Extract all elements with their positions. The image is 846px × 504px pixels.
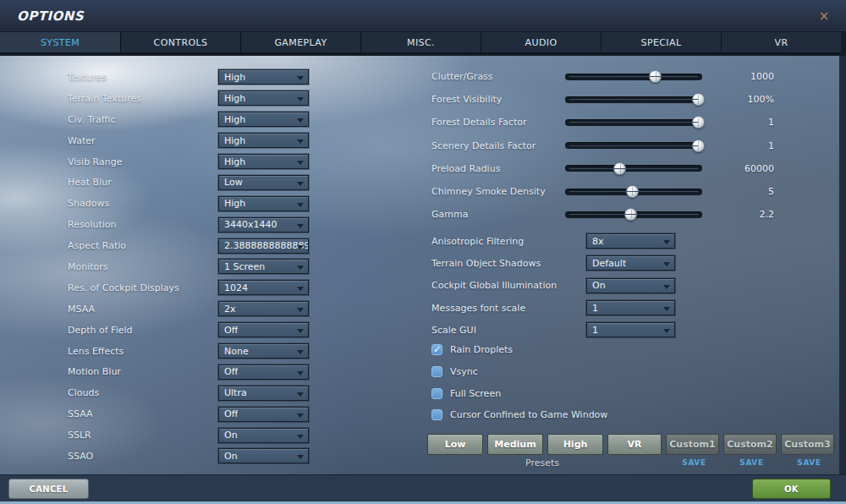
scale-gui-dropdown[interactable]: 1 bbox=[586, 322, 675, 337]
option-label: Shadows bbox=[68, 198, 218, 209]
option-label: Water bbox=[68, 135, 218, 146]
preset-high-button[interactable]: High bbox=[547, 434, 603, 455]
slider-thumb[interactable] bbox=[624, 208, 637, 221]
option-label: SSLR bbox=[68, 430, 218, 441]
ok-button[interactable]: OK bbox=[752, 479, 831, 499]
forest-visibility-slider[interactable] bbox=[565, 96, 702, 103]
aspect-ratio-dropdown[interactable]: 2.3888888888889 bbox=[218, 238, 309, 254]
slider-thumb[interactable] bbox=[613, 162, 626, 175]
cursor-confined-checkbox[interactable] bbox=[431, 409, 442, 420]
preset-medium-button[interactable]: Medium bbox=[487, 434, 543, 455]
water-dropdown[interactable]: High bbox=[218, 133, 309, 148]
shadows-dropdown[interactable]: High bbox=[218, 196, 309, 211]
chevron-down-icon bbox=[297, 140, 304, 144]
msaa-dropdown[interactable]: 2x bbox=[218, 301, 309, 316]
monitors-dropdown[interactable]: 1 Screen bbox=[218, 259, 309, 274]
slider-value: 5 bbox=[702, 186, 774, 197]
terrain-object-shadows-dropdown[interactable]: Default bbox=[586, 255, 675, 271]
preset-low-button[interactable]: Low bbox=[427, 434, 483, 455]
option-label: Terrain Object Shadows bbox=[431, 258, 586, 269]
option-label: Resolution bbox=[68, 219, 218, 230]
dropdown-value: Default bbox=[587, 258, 626, 269]
option-label: SSAO bbox=[68, 451, 218, 462]
slider-row: Gamma 2.2 bbox=[431, 203, 774, 226]
depth-of-field-dropdown[interactable]: Off bbox=[218, 322, 309, 337]
tab-misc[interactable]: MISC. bbox=[360, 32, 481, 54]
option-row: Messages font scale 1 bbox=[431, 297, 774, 319]
slider-label: Clutter/Grass bbox=[431, 71, 565, 82]
scenery-details-factor-slider[interactable] bbox=[565, 142, 702, 149]
anisotropic-filtering-dropdown[interactable]: 8x bbox=[586, 233, 675, 249]
motion-blur-dropdown[interactable]: Off bbox=[218, 364, 309, 380]
save-custom2-link[interactable]: SAVE bbox=[725, 458, 778, 467]
forest-details-factor-slider[interactable] bbox=[565, 119, 702, 126]
cockpit-displays-res-dropdown[interactable]: 1024 bbox=[218, 280, 309, 295]
visib-range-dropdown[interactable]: High bbox=[218, 154, 309, 169]
option-label: Depth of Field bbox=[68, 325, 218, 336]
checkbox-label: Vsync bbox=[450, 366, 478, 377]
chevron-down-icon bbox=[663, 240, 670, 244]
slider-thumb[interactable] bbox=[692, 93, 705, 106]
slider-thumb[interactable] bbox=[649, 70, 662, 83]
dropdown-value: High bbox=[219, 114, 245, 125]
chevron-down-icon bbox=[297, 414, 304, 418]
option-row: Visib Range High bbox=[68, 151, 309, 173]
messages-font-scale-dropdown[interactable]: 1 bbox=[586, 300, 675, 315]
ssao-dropdown[interactable]: On bbox=[218, 448, 309, 463]
full-screen-checkbox[interactable] bbox=[431, 388, 442, 399]
checkbox-row: Vsync bbox=[431, 361, 607, 383]
terrain-textures-dropdown[interactable]: High bbox=[218, 90, 309, 106]
slider-label: Forest Details Factor bbox=[431, 117, 565, 128]
clutter-grass-slider[interactable] bbox=[565, 74, 702, 80]
chevron-down-icon bbox=[663, 329, 670, 333]
option-label: Aspect Ratio bbox=[68, 240, 218, 251]
dropdown-value: Low bbox=[219, 177, 243, 188]
rain-droplets-checkbox[interactable]: ✓ bbox=[431, 344, 442, 355]
right-edge-strip bbox=[839, 56, 846, 474]
heat-blur-dropdown[interactable]: Low bbox=[218, 175, 309, 190]
preset-custom2-button[interactable]: Custom2 bbox=[723, 434, 777, 455]
textures-dropdown[interactable]: High bbox=[218, 69, 309, 85]
option-label: Res. of Cockpit Displays bbox=[68, 282, 218, 293]
civ-traffic-dropdown[interactable]: High bbox=[218, 112, 309, 127]
tab-special[interactable]: SPECIAL bbox=[601, 32, 721, 54]
checkbox-row: ✓ Rain Droplets bbox=[431, 339, 607, 361]
preset-vr-button[interactable]: VR bbox=[607, 434, 662, 455]
option-label: Heat Blur bbox=[68, 177, 218, 188]
save-custom1-link[interactable]: SAVE bbox=[667, 458, 721, 467]
preset-custom1-button[interactable]: Custom1 bbox=[666, 434, 719, 455]
vsync-checkbox[interactable] bbox=[431, 366, 442, 377]
resolution-dropdown[interactable]: 3440x1440 bbox=[218, 217, 309, 233]
slider-label: Chimney Smoke Density bbox=[431, 186, 565, 197]
dropdown-value: High bbox=[219, 72, 245, 83]
slider-row: Clutter/Grass 1000 bbox=[431, 65, 774, 88]
slider-value: 1000 bbox=[702, 71, 774, 82]
sslr-dropdown[interactable]: On bbox=[218, 428, 309, 443]
cockpit-global-illumination-dropdown[interactable]: On bbox=[586, 278, 675, 293]
chimney-smoke-density-slider[interactable] bbox=[565, 189, 702, 195]
checkbox-row: Cursor Confined to Game Window bbox=[431, 404, 607, 426]
dropdown-value: 1 bbox=[587, 325, 598, 336]
tab-gameplay[interactable]: GAMEPLAY bbox=[240, 32, 360, 54]
tab-vr[interactable]: VR bbox=[721, 32, 841, 54]
preset-custom3-button[interactable]: Custom3 bbox=[781, 434, 834, 455]
save-custom3-link[interactable]: SAVE bbox=[783, 458, 836, 467]
clouds-dropdown[interactable]: Ultra bbox=[218, 386, 309, 401]
tab-controls[interactable]: CONTROLS bbox=[120, 32, 240, 54]
tab-system[interactable]: SYSTEM bbox=[0, 32, 120, 54]
tab-audio[interactable]: AUDIO bbox=[481, 32, 601, 54]
chevron-down-icon bbox=[297, 435, 304, 439]
preload-radius-slider[interactable] bbox=[565, 165, 702, 172]
slider-thumb[interactable] bbox=[692, 140, 705, 152]
slider-row: Scenery Details Factor 1 bbox=[431, 134, 774, 157]
gamma-slider[interactable] bbox=[565, 211, 702, 218]
ssaa-dropdown[interactable]: Off bbox=[218, 407, 309, 422]
slider-thumb[interactable] bbox=[626, 185, 639, 198]
option-row: Aspect Ratio 2.3888888888889 bbox=[68, 235, 309, 256]
tab-bar: SYSTEM CONTROLS GAMEPLAY MISC. AUDIO SPE… bbox=[0, 32, 846, 56]
cancel-button[interactable]: CANCEL bbox=[8, 479, 89, 499]
dropdown-value: 2x bbox=[219, 304, 236, 315]
option-row: Heat Blur Low bbox=[68, 172, 309, 193]
close-icon[interactable]: × bbox=[816, 8, 832, 25]
lens-effects-dropdown[interactable]: None bbox=[218, 343, 309, 359]
